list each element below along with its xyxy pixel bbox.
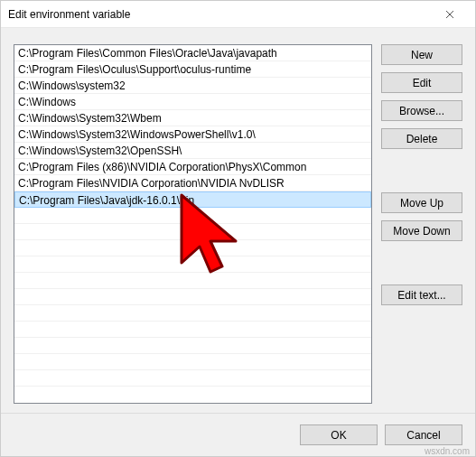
list-item[interactable]: C:\Windows\System32\OpenSSH\ [14,143,371,159]
dialog-footer: OK Cancel [1,413,475,456]
list-item[interactable]: C:\Windows\System32\Wbem [14,110,371,126]
list-item [14,224,371,240]
list-item [14,322,371,338]
cancel-button[interactable]: Cancel [385,424,462,445]
list-item[interactable]: C:\Program Files (x86)\NVIDIA Corporatio… [14,159,371,175]
move-up-button[interactable]: Move Up [381,192,462,213]
list-item [14,289,371,305]
list-item [14,338,371,354]
list-item [14,354,371,370]
browse-button[interactable]: Browse... [381,100,462,121]
title-bar: Edit environment variable [1,1,475,28]
watermark: wsxdn.com [425,446,470,456]
button-column: New Edit Browse... Delete Move Up Move D… [381,44,462,400]
list-item[interactable]: C:\Program Files\NVIDIA Corporation\NVID… [14,175,371,191]
list-item [14,370,371,387]
new-button[interactable]: New [381,44,462,65]
list-item[interactable]: C:\Windows [14,94,371,110]
list-item [14,273,371,289]
path-listbox[interactable]: C:\Program Files\Common Files\Oracle\Jav… [14,44,372,404]
dialog-title: Edit environment variable [8,8,432,21]
list-item[interactable]: C:\Windows\System32\WindowsPowerShell\v1… [14,126,371,143]
ok-button[interactable]: OK [300,424,378,445]
move-down-button[interactable]: Move Down [381,220,462,241]
dialog-body: C:\Program Files\Common Files\Oracle\Jav… [1,28,475,413]
delete-button[interactable]: Delete [381,128,462,149]
edit-button[interactable]: Edit [381,72,462,93]
list-item [14,256,371,273]
list-item [14,305,371,322]
edit-text-button[interactable]: Edit text... [381,284,462,305]
close-icon [445,10,454,19]
list-item[interactable]: C:\Program Files\Java\jdk-16.0.1\bin [14,191,371,208]
dialog-window: Edit environment variable C:\Program Fil… [0,0,476,457]
list-item [14,240,371,256]
list-item[interactable]: C:\Program Files\Common Files\Oracle\Jav… [14,45,371,61]
list-item[interactable]: C:\Program Files\Oculus\Support\oculus-r… [14,61,371,78]
list-item [14,208,371,224]
list-item[interactable]: C:\Windows\system32 [14,78,371,94]
close-button[interactable] [432,1,468,28]
